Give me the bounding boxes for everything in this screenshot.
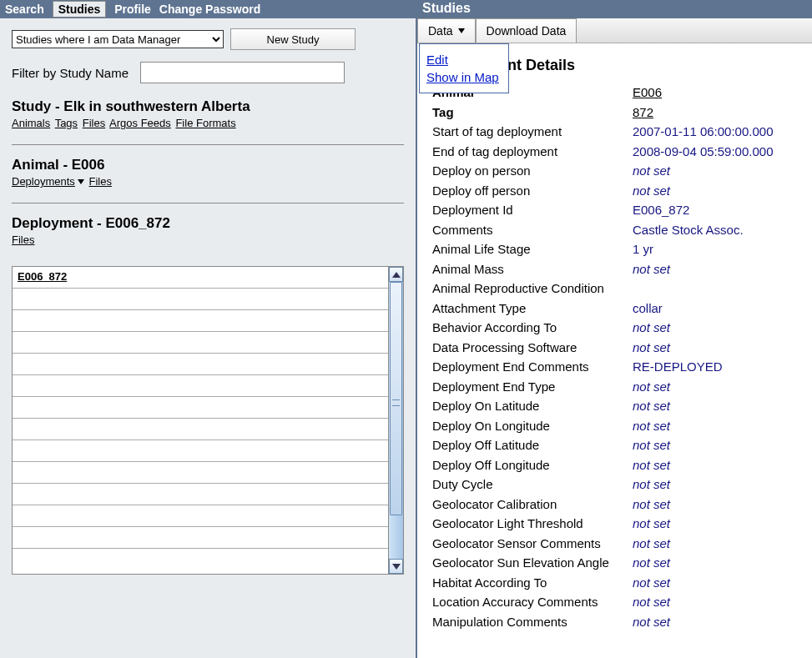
filter-study-name-input[interactable] xyxy=(140,62,345,83)
detail-value: E006_872 xyxy=(633,200,689,220)
detail-label: Deployment End Type xyxy=(432,377,633,397)
study-section-title: Study - Elk in southwestern Alberta xyxy=(12,98,404,115)
detail-row: Attachment Typecollar xyxy=(432,299,812,319)
detail-value: not set xyxy=(633,181,670,201)
detail-value: not set xyxy=(633,495,670,515)
detail-row: Deploy On Latitudenot set xyxy=(432,396,812,416)
detail-row: Deployment End CommentsRE-DEPLOYED xyxy=(432,357,812,377)
deployment-section-links: Files xyxy=(12,234,404,246)
scrollbar[interactable] xyxy=(388,267,403,574)
detail-row: Data Processing Softwarenot set xyxy=(432,338,812,358)
detail-label: Comments xyxy=(432,220,633,240)
sublink-files[interactable]: Files xyxy=(83,117,105,129)
list-row-empty xyxy=(13,310,388,332)
detail-value[interactable]: 872 xyxy=(633,103,653,123)
detail-value: not set xyxy=(633,318,670,338)
tab-data[interactable]: Data xyxy=(417,18,476,43)
detail-row: Manipulation Commentsnot set xyxy=(432,612,812,632)
detail-label: Deploy off person xyxy=(432,181,633,201)
detail-label: Deployment End Comments xyxy=(432,357,633,377)
divider xyxy=(12,203,404,203)
tab-bar: Data Download Data xyxy=(417,18,812,43)
detail-value: not set xyxy=(633,455,670,475)
detail-label: Geolocator Light Threshold xyxy=(432,514,633,534)
detail-value: not set xyxy=(633,573,670,593)
detail-row: CommentsCastle Stock Assoc. xyxy=(432,220,812,240)
sublink-files[interactable]: Files xyxy=(89,175,112,188)
dropdown-item-edit[interactable]: Edit xyxy=(426,53,502,67)
study-section-links: Animals Tags Files Argos Feeds File Form… xyxy=(12,117,404,129)
list-row-empty xyxy=(13,397,388,419)
detail-value: 2007-01-11 06:00:00.000 xyxy=(633,122,773,142)
detail-label: Deploy on person xyxy=(432,161,633,181)
detail-label: Animal Life Stage xyxy=(432,239,633,259)
detail-value: not set xyxy=(633,377,670,397)
study-select-row: Studies where I am Data Manager New Stud… xyxy=(12,28,404,50)
detail-label: Deploy On Longitude xyxy=(432,416,633,436)
sublink-deployments[interactable]: Deployments xyxy=(12,175,75,188)
detail-value: not set xyxy=(633,396,670,416)
animal-section-title: Animal - E006 xyxy=(12,157,404,173)
list-row-empty xyxy=(13,527,388,549)
data-tab-dropdown: EditShow in Map xyxy=(419,43,509,93)
top-nav-change-password[interactable]: Change Password xyxy=(159,3,260,16)
detail-value: not set xyxy=(633,592,670,612)
detail-label: Geolocator Sun Elevation Angle xyxy=(432,553,633,573)
detail-value: not set xyxy=(633,259,670,279)
detail-row: Deployment IdE006_872 xyxy=(432,200,812,220)
deployment-list-body: E006_872 xyxy=(13,267,388,574)
details-body: AnimalE006Tag872Start of tag deployment2… xyxy=(432,83,812,631)
sublink-tags[interactable]: Tags xyxy=(55,117,78,129)
top-nav-search[interactable]: Search xyxy=(5,3,44,16)
tab-download-data[interactable]: Download Data xyxy=(476,18,577,43)
list-row-empty xyxy=(13,289,388,310)
top-nav-studies[interactable]: Studies xyxy=(53,1,107,18)
details-title: nt Details xyxy=(507,57,812,74)
list-row-empty xyxy=(13,484,388,505)
sublink-file-formats[interactable]: File Formats xyxy=(175,117,235,129)
detail-row: Geolocator Sensor Commentsnot set xyxy=(432,534,812,554)
detail-row: Deploy Off Latitudenot set xyxy=(432,435,812,455)
detail-value: 1 yr xyxy=(633,239,653,259)
dropdown-item-show-in-map[interactable]: Show in Map xyxy=(426,70,502,84)
scroll-up-button[interactable] xyxy=(389,267,403,282)
chevron-up-icon xyxy=(392,272,401,278)
detail-row: Habitat According Tonot set xyxy=(432,573,812,593)
filter-label: Filter by Study Name xyxy=(12,66,129,80)
detail-row: Geolocator Light Thresholdnot set xyxy=(432,514,812,534)
detail-row: Deployment End Typenot set xyxy=(432,377,812,397)
top-nav-profile[interactable]: Profile xyxy=(114,3,151,16)
detail-label: Geolocator Sensor Comments xyxy=(432,534,633,554)
detail-label: Manipulation Comments xyxy=(432,612,633,632)
scroll-down-button[interactable] xyxy=(389,559,403,574)
list-row[interactable]: E006_872 xyxy=(13,267,388,289)
detail-label: Attachment Type xyxy=(432,299,633,319)
sublink-files[interactable]: Files xyxy=(12,234,34,246)
detail-row: Location Accuracy Commentsnot set xyxy=(432,592,812,612)
detail-label: Data Processing Software xyxy=(432,338,633,358)
right-header-title: Studies xyxy=(417,0,812,18)
scrollbar-thumb[interactable] xyxy=(390,282,402,515)
chevron-down-icon xyxy=(392,564,401,570)
detail-label: Behavior According To xyxy=(432,318,633,338)
detail-row: Geolocator Sun Elevation Anglenot set xyxy=(432,553,812,573)
detail-value: not set xyxy=(633,534,670,554)
detail-value: not set xyxy=(633,161,670,181)
detail-row: Deploy on personnot set xyxy=(432,161,812,181)
sublink-animals[interactable]: Animals xyxy=(12,117,50,129)
detail-value[interactable]: E006 xyxy=(633,83,662,103)
detail-label: Animal Mass xyxy=(432,259,633,279)
detail-label: Animal Reproductive Condition xyxy=(432,279,633,299)
animal-section-links: Deployments Files xyxy=(12,175,404,188)
list-row-empty xyxy=(13,462,388,484)
detail-row: Start of tag deployment2007-01-11 06:00:… xyxy=(432,122,812,142)
detail-row: Animal Massnot set xyxy=(432,259,812,279)
filter-row: Filter by Study Name xyxy=(12,62,404,83)
detail-label: Start of tag deployment xyxy=(432,122,633,142)
study-filter-select[interactable]: Studies where I am Data Manager xyxy=(12,30,224,48)
new-study-button[interactable]: New Study xyxy=(230,28,356,50)
detail-value: not set xyxy=(633,553,670,573)
detail-row: Behavior According Tonot set xyxy=(432,318,812,338)
sublink-argos-feeds[interactable]: Argos Feeds xyxy=(109,117,171,129)
detail-value: RE-DEPLOYED xyxy=(633,357,723,377)
